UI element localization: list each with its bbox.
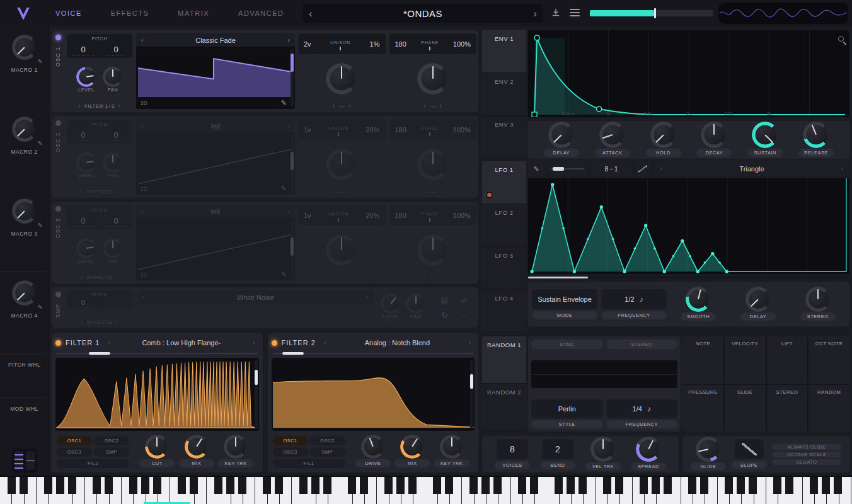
lfo-smooth-knob[interactable] xyxy=(688,289,709,310)
toggle-always-glide[interactable]: ALWAYS GLIDE xyxy=(772,444,841,450)
tab-env-1[interactable]: ENV 1 xyxy=(482,30,526,73)
osc2-phase-knob[interactable] xyxy=(419,151,447,178)
lfo-grid-steps[interactable]: 8 - 1 xyxy=(591,161,631,176)
tab-env-3[interactable]: ENV 3 xyxy=(482,116,526,159)
filter2-cutoff-slider[interactable] xyxy=(470,360,473,428)
menu-icon[interactable] xyxy=(570,9,580,16)
mod-source-random[interactable]: RANDOM xyxy=(809,385,849,432)
filter1-power-toggle[interactable] xyxy=(55,340,61,346)
slope-control[interactable] xyxy=(735,439,764,459)
macro-3-edit-icon[interactable]: ✎ xyxy=(38,222,43,229)
tab-lfo-4[interactable]: LFO 4 xyxy=(482,290,526,333)
filter2-input-osc2[interactable]: OSC2 xyxy=(310,436,345,445)
toggle-octave-scale[interactable]: OCTAVE SCALE xyxy=(772,452,841,457)
smp-tune-value[interactable] xyxy=(105,299,127,307)
tempo-sync-note-icon[interactable]: ♪ xyxy=(647,404,651,413)
tab-matrix[interactable]: MATRIX xyxy=(178,9,209,17)
keytrack-icon[interactable]: ▦ xyxy=(440,295,448,305)
random-style-select[interactable]: Perlin xyxy=(531,399,603,418)
smp-power-toggle[interactable] xyxy=(55,292,61,297)
osc2-unison-detune[interactable]: 20% xyxy=(366,126,379,134)
mod-wheel-bar[interactable] xyxy=(14,451,23,470)
osc3-unison-dest-select[interactable]: ‹---› xyxy=(298,274,386,280)
filter2-keytrack-knob[interactable] xyxy=(442,437,462,457)
tab-lfo-3[interactable]: LFO 3 xyxy=(482,247,526,290)
lfo-scroll-handle[interactable] xyxy=(528,277,588,278)
osc1-view-mode[interactable]: 2D xyxy=(141,100,147,106)
smp-pan-knob[interactable] xyxy=(408,295,424,312)
prev-preset-button[interactable]: ‹ xyxy=(309,8,313,19)
filter1-mix-knob[interactable] xyxy=(187,437,207,457)
macro-3-knob[interactable] xyxy=(14,200,35,222)
osc1-phase-rand[interactable]: 100% xyxy=(453,40,471,48)
tab-voice[interactable]: VOICE xyxy=(55,9,82,17)
tab-lfo-2[interactable]: LFO 2 xyxy=(482,204,526,247)
osc3-phase-value[interactable]: 180 xyxy=(395,212,406,219)
macro-4-edit-icon[interactable]: ✎ xyxy=(38,304,43,311)
osc1-pan-knob[interactable] xyxy=(105,69,121,85)
random-stereo-toggle[interactable]: STEREO xyxy=(606,340,678,349)
filter1-cutoff-slider[interactable] xyxy=(255,360,258,428)
macro-1-edit-icon[interactable]: ✎ xyxy=(38,58,43,65)
preset-name[interactable]: *ONDAS xyxy=(403,8,442,19)
spread-knob[interactable] xyxy=(638,438,659,460)
mod-source-note[interactable]: NOTE xyxy=(682,336,723,384)
next-preset-button[interactable]: › xyxy=(533,8,537,19)
filter2-input-osc1[interactable]: OSC1 xyxy=(273,436,308,445)
osc2-unison-voices[interactable]: 1v xyxy=(304,126,311,134)
filter2-input-osc3[interactable]: OSC3 xyxy=(273,447,308,457)
osc1-transpose-value[interactable]: 0 xyxy=(72,45,94,55)
osc1-unison-detune[interactable]: 1% xyxy=(370,40,380,48)
lfo1-mod-drag-handle[interactable] xyxy=(486,192,493,198)
mod-source-slide[interactable]: SLIDE xyxy=(725,385,766,432)
filter1-display[interactable] xyxy=(55,358,259,431)
vital-logo-icon[interactable] xyxy=(0,5,47,21)
smp-transpose-value[interactable]: 0 xyxy=(72,299,94,307)
osc2-power-toggle[interactable] xyxy=(55,120,61,126)
osc1-phase-dest-select[interactable]: ‹---› xyxy=(389,103,477,109)
loop-icon[interactable]: ↻ xyxy=(441,311,448,320)
tab-env-2[interactable]: ENV 2 xyxy=(482,73,526,116)
random-sync-toggle[interactable]: SYNC xyxy=(531,340,603,349)
mod-source-oct-note[interactable]: OCT NOTE xyxy=(809,336,849,384)
tab-random-1[interactable]: RANDOM 1 xyxy=(482,336,526,384)
env-delay-knob[interactable] xyxy=(550,123,573,146)
glide-knob[interactable] xyxy=(698,438,719,460)
lfo-mode-select[interactable]: Sustain Envelope xyxy=(532,289,597,309)
lfo-shape-select[interactable]: ‹Triangle› xyxy=(654,161,849,176)
osc1-wavetable-select[interactable]: ‹Classic Fade› xyxy=(136,33,295,47)
smp-routing-select[interactable]: ‹EFFECTS› xyxy=(66,319,134,325)
smp-sample-select[interactable]: ‹White Noise› xyxy=(137,290,374,304)
volume-slider[interactable] xyxy=(590,10,713,16)
lfo-curve-icon[interactable] xyxy=(635,161,651,176)
osc1-unison-dest-select[interactable]: ‹---› xyxy=(298,103,386,109)
random-phase-icon[interactable]: ⇄ xyxy=(461,295,468,305)
osc3-pan-knob[interactable] xyxy=(105,240,121,256)
lfo-scrollbar[interactable] xyxy=(528,277,849,278)
osc1-tune-value[interactable]: 0 xyxy=(105,45,127,55)
osc2-level-knob[interactable] xyxy=(78,154,95,171)
osc2-routing-select[interactable]: ‹EFFECTS› xyxy=(66,188,134,195)
phase-indicator[interactable] xyxy=(429,47,430,50)
osc2-wavetable-select[interactable]: ‹Init› xyxy=(136,119,295,132)
osc3-unison-detune[interactable]: 20% xyxy=(366,212,379,219)
macro-2-edit-icon[interactable]: ✎ xyxy=(38,140,43,147)
filter1-model-select[interactable]: ‹Comb : Low High Flange-› xyxy=(104,339,258,346)
volume-handle[interactable] xyxy=(654,8,656,18)
osc1-phase-value[interactable]: 180 xyxy=(395,40,406,48)
osc2-phase-rand[interactable]: 100% xyxy=(453,126,471,134)
osc1-unison-voices[interactable]: 2v xyxy=(304,40,311,48)
mod-source-lift[interactable]: LIFT xyxy=(767,336,808,384)
mod-source-pressure[interactable]: PRESSURE xyxy=(682,385,723,432)
env-decay-knob[interactable] xyxy=(703,123,725,146)
macro-1-knob[interactable] xyxy=(14,37,35,58)
bend-value[interactable]: 2 xyxy=(542,439,573,459)
zoom-icon[interactable] xyxy=(838,36,844,42)
env-sustain-knob[interactable] xyxy=(754,123,776,146)
pitch-wheel-bar[interactable] xyxy=(26,451,35,470)
wheels-indicator[interactable] xyxy=(12,449,37,472)
edit-wavetable-icon[interactable]: ✎ xyxy=(281,270,287,278)
mod-wheel-cell[interactable]: MOD WHL xyxy=(0,398,49,442)
osc3-phase-knob[interactable] xyxy=(419,236,447,264)
osc1-frame-slider[interactable] xyxy=(291,49,294,106)
